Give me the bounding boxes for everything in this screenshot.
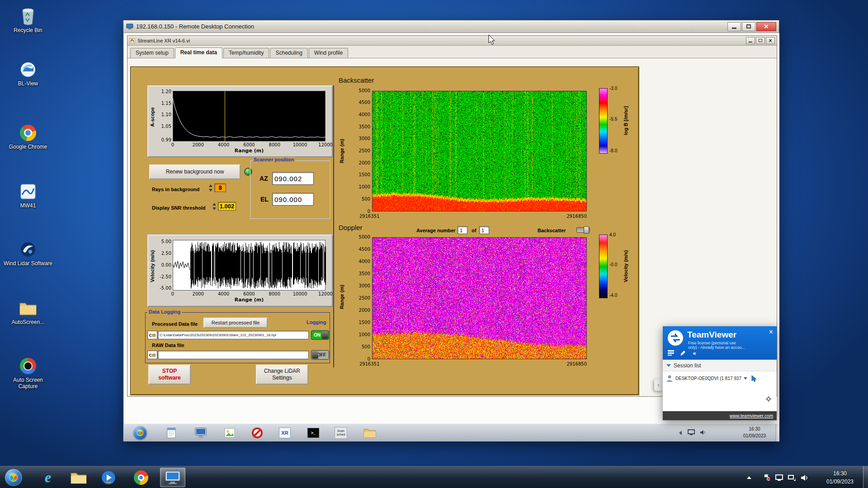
rdp-titlebar[interactable]: 192.168.0.150 - Remote Desktop Connectio… (123, 20, 779, 33)
start-button[interactable] (2, 468, 25, 487)
raw-data-file-label: RAW Data file (152, 343, 184, 348)
teamviewer-website-link[interactable]: www.teamviewer.com (730, 413, 773, 418)
snr-value-field[interactable]: 1.002 (218, 202, 236, 211)
app-close-button[interactable] (766, 37, 775, 44)
remote-tray-expand-icon[interactable] (679, 431, 682, 435)
average-count-field[interactable]: 1 (479, 226, 489, 234)
remote-start-button[interactable] (133, 426, 147, 440)
chrome-icon (134, 470, 148, 485)
app-minimize-button[interactable] (746, 37, 755, 44)
show-hidden-icons-button[interactable] (747, 476, 751, 479)
volume-icon[interactable] (799, 473, 809, 482)
remote-taskbar-streamline-xr-icon[interactable]: XR (278, 426, 292, 440)
backscatter-colorbar (599, 88, 608, 154)
rays-in-background-label: Rays in background (152, 187, 199, 192)
processed-path-drive-button[interactable]: C (147, 331, 157, 339)
mw41-icon (3, 182, 53, 202)
snr-spinner[interactable] (212, 202, 217, 211)
network-icon[interactable] (787, 473, 797, 482)
raw-logging-toggle[interactable]: OFF (311, 350, 329, 360)
processed-logging-toggle[interactable]: ON (311, 330, 329, 340)
folder-icon (3, 298, 53, 318)
tab-system-setup[interactable]: System setup (130, 48, 174, 58)
restart-processed-file-button[interactable]: Restart processed file (203, 318, 268, 328)
remote-tray-display-icon[interactable] (686, 427, 696, 437)
tab-real-time-data[interactable]: Real time data (175, 47, 222, 58)
remote-tray-volume-icon[interactable] (698, 427, 708, 437)
remote-taskbar-scan-scheduler-icon[interactable]: Scan sched (334, 426, 348, 440)
remote-taskbar-notepad-icon[interactable] (164, 426, 179, 440)
taskbar-windows-explorer[interactable] (66, 468, 91, 487)
action-center-flag-icon[interactable] (761, 473, 771, 482)
remote-taskbar-pictures-icon[interactable] (222, 426, 237, 440)
desktop-icon-bl-view[interactable]: BL-View (3, 60, 53, 87)
az-value-field[interactable]: 090.002 (272, 172, 314, 185)
session-dropdown-icon[interactable] (744, 377, 747, 380)
app-restore-button[interactable] (756, 37, 765, 44)
backscatter-display-toggle[interactable] (576, 227, 590, 233)
teamviewer-collapse-handle[interactable]: › (654, 379, 663, 391)
velocity-chart (153, 236, 333, 305)
license-text-line1: Free license (personal use (688, 341, 736, 345)
session-list-item[interactable]: DESKTOP-OE0QDVI (1 817 937 (663, 371, 777, 385)
display-tray-icon[interactable] (774, 473, 784, 482)
collapse-chevrons-icon[interactable]: « (690, 349, 699, 357)
remote-taskbar-clock[interactable]: 16:30 01/09/2023 (735, 426, 774, 439)
tab-wind-profile[interactable]: Wind profile (309, 48, 348, 58)
desktop-icon-label: Auto Screen Capture (3, 377, 53, 390)
desktop-icon-label: Google Chrome (3, 144, 53, 150)
backscatter-heatmap (351, 88, 587, 222)
renew-background-button[interactable]: Renew background now (149, 164, 241, 179)
taskbar-remote-desktop-active[interactable] (160, 468, 185, 487)
backscatter-section-title: Backscatter (339, 76, 374, 84)
desktop-icon-auto-screen-capture[interactable]: Auto Screen Capture (3, 356, 53, 390)
taskbar-media-player[interactable] (96, 468, 121, 487)
desktop-icon-autoscreen[interactable]: AutoScreen... (3, 298, 53, 326)
el-value-field[interactable]: 090.000 (272, 193, 314, 206)
remote-taskbar-command-prompt-icon[interactable]: >_ (306, 426, 321, 440)
app-window-title: StreamLine XR v14-6.vi (137, 38, 745, 43)
az-label: AZ (259, 175, 268, 182)
rdp-maximize-button[interactable] (742, 22, 755, 31)
colorbar-tick: 4.0 (609, 232, 616, 237)
rdp-minimize-button[interactable] (727, 22, 741, 31)
remote-show-desktop-button[interactable] (776, 424, 779, 441)
taskbar-internet-explorer[interactable] (35, 468, 61, 487)
show-desktop-button[interactable] (863, 466, 868, 488)
teamviewer-close-button[interactable]: × (769, 328, 773, 336)
rays-value-field[interactable]: 8 (214, 183, 226, 192)
connect-cursor-icon[interactable] (751, 375, 758, 382)
colorbar-tick: -4.0 (609, 293, 617, 298)
session-view-icon[interactable] (666, 349, 675, 357)
remote-taskbar-computer-icon[interactable] (193, 426, 208, 440)
desktop-icon-recycle-bin[interactable]: Recycle Bin (3, 6, 53, 34)
clock-time: 16:30 (818, 469, 862, 478)
colorbar-tick: -0.0 (609, 262, 617, 267)
desktop-icon-google-chrome[interactable]: Google Chrome (3, 123, 53, 150)
gear-icon[interactable] (766, 396, 772, 402)
teamviewer-header: TeamViewer Free license (personal use on… (663, 326, 777, 360)
tab-scheduling[interactable]: Scheduling (270, 48, 307, 58)
session-list-label: Session list (674, 362, 701, 369)
raw-path-drive-button[interactable]: C (147, 351, 157, 359)
taskbar-clock[interactable]: 16:30 01/09/2023 (818, 469, 862, 486)
average-number-field[interactable]: 1 (458, 226, 467, 234)
processed-path-field[interactable]: C:\Lidar\Data\Proc\2023\202309\20230901\… (158, 331, 309, 339)
teamviewer-panel: TeamViewer Free license (personal use on… (663, 326, 777, 420)
stop-software-button[interactable]: STOP software (148, 365, 191, 385)
session-list-row[interactable]: Session list (663, 360, 777, 371)
scanner-position-group (250, 160, 330, 219)
remote-taskbar-power-off-icon[interactable] (250, 426, 264, 440)
remote-taskbar-folder-icon[interactable] (363, 426, 377, 440)
desktop-icon-mw41[interactable]: MW41 (3, 182, 53, 209)
desktop-icon-wind-lidar-software[interactable]: Wind Lidar Software (3, 239, 53, 267)
app-titlebar[interactable]: StreamLine XR v14-6.vi (127, 36, 777, 46)
wind-lidar-icon (3, 239, 53, 259)
rdp-close-button[interactable] (756, 22, 776, 31)
tab-temp-humidity[interactable]: Temp/humidity (223, 48, 269, 58)
change-lidar-settings-button[interactable]: Change LiDAR Settings (256, 365, 308, 385)
taskbar-google-chrome[interactable] (128, 468, 154, 487)
rays-spinner[interactable] (209, 184, 213, 192)
raw-path-field[interactable] (158, 351, 309, 359)
whiteboard-pen-icon[interactable] (678, 349, 687, 357)
